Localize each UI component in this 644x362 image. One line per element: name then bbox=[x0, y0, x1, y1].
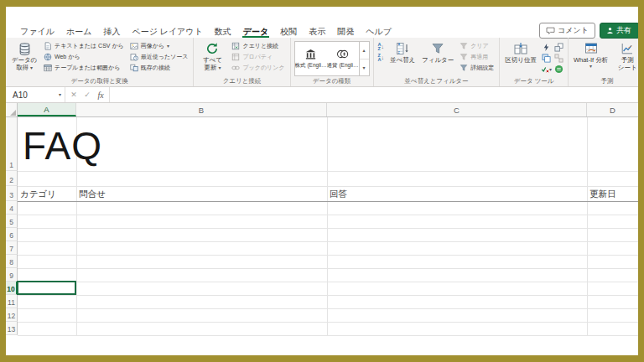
select-all-corner[interactable] bbox=[6, 103, 18, 116]
gridline-horizontal bbox=[18, 186, 638, 187]
column-header-a[interactable]: A bbox=[18, 103, 76, 116]
sheet-grid[interactable]: 1 2 3 4 5 6 7 8 9 10 11 12 13 FAQ カテゴリ 問… bbox=[6, 117, 638, 355]
existing-connections-button[interactable]: 既存の接続 bbox=[128, 62, 190, 73]
clear-funnel-icon bbox=[460, 42, 468, 50]
row-header-12[interactable]: 12 bbox=[6, 308, 18, 322]
name-box[interactable]: A10 ▾ bbox=[6, 87, 65, 102]
group-label-forecast: 予測 bbox=[569, 77, 638, 85]
properties-button: プロパティ bbox=[230, 51, 286, 62]
gridline-vertical bbox=[327, 117, 328, 335]
formula-input[interactable] bbox=[110, 87, 638, 102]
advanced-funnel-icon bbox=[460, 64, 468, 72]
from-web-button[interactable]: Web から bbox=[42, 51, 126, 62]
cell-d3-updated-header[interactable]: 更新日 bbox=[589, 186, 616, 201]
from-table-range-button[interactable]: テーブルまたは範囲から bbox=[42, 62, 126, 73]
name-box-value: A10 bbox=[13, 90, 28, 100]
gallery-scroll-up-icon[interactable]: ▴ bbox=[360, 42, 369, 59]
tab-home[interactable]: ホーム bbox=[60, 25, 97, 38]
sort-asc-arrow-icon: ↓ bbox=[382, 44, 385, 50]
ribbon-group-data-tools: 区切り位置 ▾ データ ツール bbox=[500, 38, 569, 86]
links-icon bbox=[231, 64, 240, 72]
ribbon-group-forecast: What-If 分析 ▾ 予測 シート 予測 bbox=[569, 38, 638, 86]
data-validation-button[interactable]: ▾ bbox=[541, 64, 552, 75]
row-header-8[interactable]: 8 bbox=[6, 255, 18, 268]
gridline-vertical bbox=[587, 117, 588, 335]
sort-descending-button[interactable]: ZA ↓ bbox=[377, 53, 385, 63]
cell-a3-category-header[interactable]: カテゴリ bbox=[20, 186, 56, 201]
cancel-icon[interactable]: ✕ bbox=[67, 90, 80, 99]
row-header-6[interactable]: 6 bbox=[6, 228, 18, 241]
recent-sources-button[interactable]: 最近使ったソース bbox=[128, 51, 190, 62]
forecast-sheet-button[interactable]: 予測 シート bbox=[612, 40, 638, 72]
sort-button[interactable]: 並べ替え bbox=[387, 40, 418, 65]
get-data-button[interactable]: データの 取得 ▾ bbox=[9, 40, 39, 72]
row-header-9[interactable]: 9 bbox=[6, 268, 18, 282]
tab-help[interactable]: ヘルプ bbox=[360, 25, 397, 38]
remove-duplicates-icon bbox=[542, 54, 551, 63]
gridline-horizontal bbox=[18, 295, 638, 296]
from-text-csv-button[interactable]: テキストまたは CSV から bbox=[42, 40, 126, 51]
row-header-10[interactable]: 10 bbox=[6, 282, 18, 295]
gridline-horizontal bbox=[18, 282, 638, 282]
get-data-label-2: 取得 bbox=[16, 64, 29, 71]
row-header-3[interactable]: 3 bbox=[6, 186, 18, 201]
currency-data-type[interactable]: 通貨 (Engli… bbox=[327, 42, 359, 75]
forecast-sheet-icon bbox=[621, 41, 634, 56]
ribbon-tab-bar: ファイル ホーム 挿入 ページ レイアウト 数式 データ 校閲 表示 開発 ヘル… bbox=[6, 25, 638, 38]
tab-page-layout[interactable]: ページ レイアウト bbox=[126, 25, 208, 38]
flash-fill-button[interactable] bbox=[541, 42, 552, 53]
active-cell-selection[interactable] bbox=[17, 281, 76, 295]
excel-window: ファイル ホーム 挿入 ページ レイアウト 数式 データ 校閲 表示 開発 ヘル… bbox=[6, 7, 638, 355]
dropdown-caret-icon: ▾ bbox=[30, 65, 33, 70]
tab-file[interactable]: ファイル bbox=[14, 25, 60, 38]
gallery-scroll-down-icon[interactable]: ▾ bbox=[360, 59, 369, 76]
enter-icon[interactable]: ✓ bbox=[80, 90, 94, 99]
cell-b3-inquiry-header[interactable]: 問合せ bbox=[79, 186, 106, 201]
consolidate-button[interactable] bbox=[553, 42, 564, 53]
share-label: 共有 bbox=[616, 25, 631, 36]
comments-button[interactable]: コメント bbox=[539, 23, 595, 39]
gridline-horizontal bbox=[18, 308, 638, 309]
tab-formulas[interactable]: 数式 bbox=[209, 25, 237, 38]
stocks-data-type[interactable]: 株式 (Engli… bbox=[295, 42, 327, 75]
data-types-gallery: 株式 (Engli… 通貨 (Engli… ▴ ▾ bbox=[294, 41, 370, 76]
tab-insert[interactable]: 挿入 bbox=[97, 25, 126, 38]
dropdown-caret-icon: ▾ bbox=[218, 65, 221, 70]
header-row-border bbox=[18, 201, 638, 202]
row-header-4[interactable]: 4 bbox=[6, 201, 18, 215]
text-to-columns-button[interactable]: 区切り位置 bbox=[503, 40, 538, 65]
insert-function-icon[interactable]: fx bbox=[94, 90, 107, 100]
tab-review[interactable]: 校閲 bbox=[274, 25, 303, 38]
queries-connections-button[interactable]: クエリと接続 bbox=[230, 40, 286, 51]
tab-view[interactable]: 表示 bbox=[303, 25, 331, 38]
remove-duplicates-button[interactable] bbox=[541, 53, 552, 64]
cell-c3-answer-header[interactable]: 回答 bbox=[330, 186, 347, 201]
what-if-analysis-button[interactable]: What-If 分析 ▾ bbox=[572, 40, 610, 70]
sort-ascending-button[interactable]: AZ ↓ bbox=[377, 42, 385, 52]
cell-a1-title[interactable]: FAQ bbox=[23, 124, 102, 168]
clear-filter-button: クリア bbox=[458, 40, 496, 51]
column-header-b[interactable]: B bbox=[76, 103, 327, 116]
advanced-filter-button[interactable]: 詳細設定 bbox=[458, 62, 496, 73]
row-header-1[interactable]: 1 bbox=[6, 117, 18, 171]
row-header-13[interactable]: 13 bbox=[6, 322, 18, 335]
formula-bar: A10 ▾ ✕ ✓ fx bbox=[6, 87, 638, 103]
row-header-11[interactable]: 11 bbox=[6, 295, 18, 308]
row-header-2[interactable]: 2 bbox=[6, 171, 18, 186]
refresh-all-button[interactable]: すべて 更新 ▾ bbox=[197, 40, 227, 72]
reapply-filter-button: 再適用 bbox=[458, 51, 496, 62]
from-picture-button[interactable]: 画像から ▾ bbox=[128, 40, 190, 51]
globe-icon bbox=[44, 53, 52, 61]
column-header-c[interactable]: C bbox=[327, 103, 587, 116]
picture-icon bbox=[130, 42, 138, 50]
share-button[interactable]: 共有 bbox=[600, 23, 638, 39]
tab-data[interactable]: データ bbox=[237, 25, 274, 38]
tab-developer[interactable]: 開発 bbox=[331, 25, 360, 38]
column-header-d[interactable]: D bbox=[587, 103, 638, 116]
dropdown-caret-icon: ▾ bbox=[549, 67, 552, 72]
filter-button[interactable]: フィルター bbox=[420, 40, 455, 65]
manage-data-model-button[interactable] bbox=[553, 64, 564, 75]
row-header-5[interactable]: 5 bbox=[6, 215, 18, 228]
table-icon bbox=[44, 64, 52, 72]
row-header-7[interactable]: 7 bbox=[6, 241, 18, 255]
